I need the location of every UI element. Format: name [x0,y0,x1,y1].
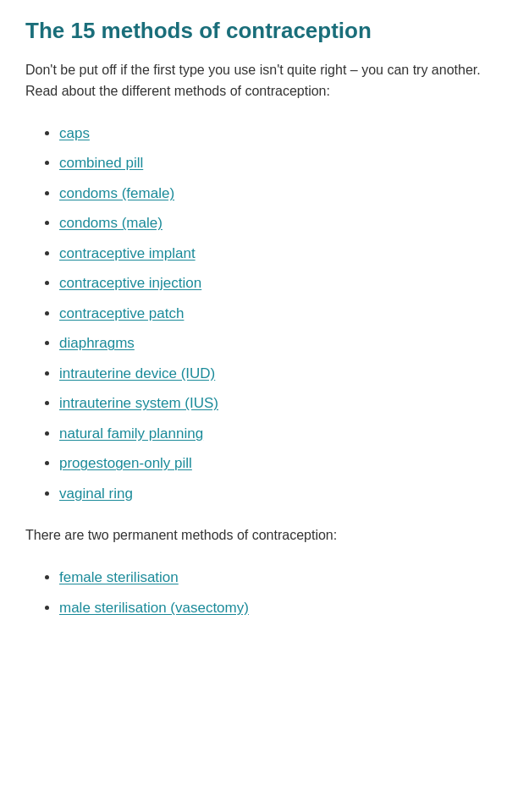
method-link-3[interactable]: condoms (male) [59,215,163,231]
list-item: combined pill [59,152,493,174]
method-link-10[interactable]: natural family planning [59,425,203,442]
list-item: contraceptive patch [59,303,493,325]
method-link-7[interactable]: diaphragms [59,335,135,351]
method-link-1[interactable]: combined pill [59,155,143,171]
method-link-2[interactable]: condoms (female) [59,185,174,201]
permanent-intro-paragraph: There are two permanent methods of contr… [25,524,493,546]
list-item: intrauterine system (IUS) [59,392,493,414]
list-item: vaginal ring [59,483,493,505]
method-link-0[interactable]: caps [59,125,90,141]
list-item: condoms (male) [59,212,493,234]
method-link-9[interactable]: intrauterine system (IUS) [59,395,218,411]
methods-list: capscombined pillcondoms (female)condoms… [25,123,493,505]
list-item: condoms (female) [59,183,493,205]
intro-paragraph: Don't be put off if the first type you u… [25,59,493,102]
method-link-12[interactable]: vaginal ring [59,486,133,502]
list-item: caps [59,123,493,145]
list-item: contraceptive implant [59,243,493,265]
list-item: progestogen-only pill [59,453,493,475]
method-link-6[interactable]: contraceptive patch [59,305,184,321]
list-item: diaphragms [59,332,493,354]
method-link-4[interactable]: contraceptive implant [59,245,196,261]
page-title: The 15 methods of contraception [25,17,493,46]
list-item: intrauterine device (IUD) [59,363,493,385]
list-item: contraceptive injection [59,272,493,294]
method-link-8[interactable]: intrauterine device (IUD) [59,365,215,381]
permanent-methods-list: female sterilisationmale sterilisation (… [25,567,493,618]
permanent-method-link-1[interactable]: male sterilisation (vasectomy) [59,600,249,616]
list-item: male sterilisation (vasectomy) [59,597,493,619]
method-link-11[interactable]: progestogen-only pill [59,455,192,471]
method-link-5[interactable]: contraceptive injection [59,275,201,291]
list-item: natural family planning [59,423,493,445]
permanent-method-link-0[interactable]: female sterilisation [59,569,179,585]
list-item: female sterilisation [59,567,493,589]
